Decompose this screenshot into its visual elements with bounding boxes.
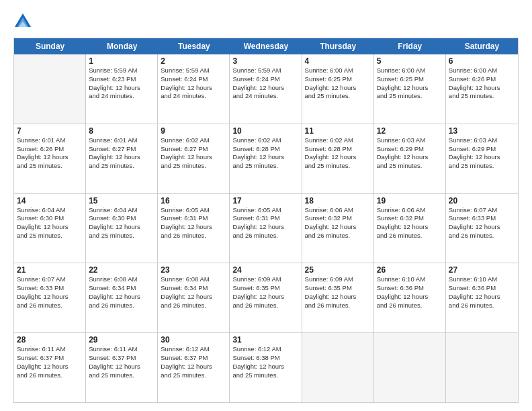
- day-number: 18: [305, 196, 371, 205]
- day-number: 5: [377, 56, 443, 66]
- day-info: Sunrise: 6:11 AM Sunset: 6:37 PM Dayligh…: [89, 345, 154, 379]
- weekday-header: Friday: [374, 38, 446, 54]
- day-info: Sunrise: 6:00 AM Sunset: 6:25 PM Dayligh…: [305, 66, 371, 101]
- day-info: Sunrise: 6:01 AM Sunset: 6:27 PM Dayligh…: [89, 136, 154, 171]
- calendar-cell: 12Sunrise: 6:03 AM Sunset: 6:29 PM Dayli…: [374, 124, 446, 193]
- calendar-cell: 27Sunrise: 6:10 AM Sunset: 6:36 PM Dayli…: [446, 263, 518, 332]
- day-number: 11: [305, 126, 371, 136]
- weekday-header: Monday: [86, 38, 158, 54]
- day-number: 6: [449, 56, 515, 66]
- day-info: Sunrise: 6:03 AM Sunset: 6:29 PM Dayligh…: [377, 136, 443, 171]
- calendar-week-row: 1Sunrise: 5:59 AM Sunset: 6:23 PM Daylig…: [14, 54, 518, 124]
- calendar-week-row: 21Sunrise: 6:07 AM Sunset: 6:33 PM Dayli…: [14, 263, 518, 333]
- day-info: Sunrise: 6:09 AM Sunset: 6:35 PM Dayligh…: [305, 275, 371, 310]
- calendar: SundayMondayTuesdayWednesdayThursdayFrid…: [13, 38, 519, 403]
- day-number: 29: [89, 335, 154, 345]
- weekday-header: Tuesday: [158, 38, 230, 54]
- page: SundayMondayTuesdayWednesdayThursdayFrid…: [0, 0, 532, 411]
- day-info: Sunrise: 6:03 AM Sunset: 6:29 PM Dayligh…: [449, 136, 515, 171]
- calendar-cell: 20Sunrise: 6:07 AM Sunset: 6:33 PM Dayli…: [446, 194, 518, 263]
- calendar-cell: 16Sunrise: 6:05 AM Sunset: 6:31 PM Dayli…: [158, 194, 230, 263]
- day-info: Sunrise: 6:08 AM Sunset: 6:34 PM Dayligh…: [161, 275, 226, 310]
- calendar-cell: 26Sunrise: 6:10 AM Sunset: 6:36 PM Dayli…: [374, 263, 446, 332]
- day-number: 12: [377, 126, 443, 136]
- calendar-cell: 10Sunrise: 6:02 AM Sunset: 6:28 PM Dayli…: [230, 124, 302, 193]
- day-info: Sunrise: 6:10 AM Sunset: 6:36 PM Dayligh…: [377, 275, 443, 310]
- day-number: 9: [161, 126, 226, 136]
- calendar-cell: 21Sunrise: 6:07 AM Sunset: 6:33 PM Dayli…: [14, 263, 86, 332]
- day-number: 23: [161, 265, 226, 275]
- calendar-cell: 31Sunrise: 6:12 AM Sunset: 6:38 PM Dayli…: [230, 333, 302, 402]
- calendar-cell: 2Sunrise: 5:59 AM Sunset: 6:24 PM Daylig…: [158, 54, 230, 124]
- calendar-cell: 11Sunrise: 6:02 AM Sunset: 6:28 PM Dayli…: [302, 124, 374, 193]
- day-info: Sunrise: 6:07 AM Sunset: 6:33 PM Dayligh…: [449, 206, 515, 240]
- day-number: 13: [449, 126, 515, 136]
- day-number: 20: [449, 196, 515, 205]
- day-info: Sunrise: 6:11 AM Sunset: 6:37 PM Dayligh…: [17, 345, 83, 379]
- day-number: 15: [89, 196, 154, 205]
- calendar-cell: [302, 333, 374, 402]
- day-number: 10: [232, 126, 298, 136]
- day-info: Sunrise: 6:08 AM Sunset: 6:34 PM Dayligh…: [89, 275, 154, 310]
- calendar-header: SundayMondayTuesdayWednesdayThursdayFrid…: [14, 38, 518, 54]
- day-number: 8: [89, 126, 154, 136]
- day-number: 25: [305, 265, 371, 275]
- calendar-cell: 22Sunrise: 6:08 AM Sunset: 6:34 PM Dayli…: [86, 263, 158, 332]
- day-info: Sunrise: 6:02 AM Sunset: 6:27 PM Dayligh…: [161, 136, 226, 171]
- logo: [13, 12, 35, 31]
- day-number: 21: [17, 265, 83, 275]
- calendar-cell: 1Sunrise: 5:59 AM Sunset: 6:23 PM Daylig…: [86, 54, 158, 124]
- day-number: 2: [161, 56, 226, 66]
- day-info: Sunrise: 6:09 AM Sunset: 6:35 PM Dayligh…: [232, 275, 298, 310]
- day-info: Sunrise: 6:04 AM Sunset: 6:30 PM Dayligh…: [17, 206, 83, 240]
- calendar-cell: 15Sunrise: 6:04 AM Sunset: 6:30 PM Dayli…: [86, 194, 158, 263]
- day-info: Sunrise: 6:02 AM Sunset: 6:28 PM Dayligh…: [305, 136, 371, 171]
- calendar-cell: [446, 333, 518, 402]
- day-number: 4: [305, 56, 371, 66]
- weekday-header: Sunday: [14, 38, 86, 54]
- day-number: 31: [232, 335, 298, 345]
- day-number: 27: [449, 265, 515, 275]
- day-number: 1: [89, 56, 154, 66]
- day-info: Sunrise: 6:12 AM Sunset: 6:38 PM Dayligh…: [232, 345, 298, 379]
- day-number: 26: [377, 265, 443, 275]
- calendar-cell: [374, 333, 446, 402]
- calendar-cell: 25Sunrise: 6:09 AM Sunset: 6:35 PM Dayli…: [302, 263, 374, 332]
- day-number: 14: [17, 196, 83, 205]
- calendar-week-row: 7Sunrise: 6:01 AM Sunset: 6:26 PM Daylig…: [14, 124, 518, 194]
- weekday-header: Wednesday: [230, 38, 302, 54]
- day-info: Sunrise: 6:01 AM Sunset: 6:26 PM Dayligh…: [17, 136, 83, 171]
- day-info: Sunrise: 6:00 AM Sunset: 6:26 PM Dayligh…: [449, 66, 515, 101]
- calendar-cell: 14Sunrise: 6:04 AM Sunset: 6:30 PM Dayli…: [14, 194, 86, 263]
- calendar-cell: 9Sunrise: 6:02 AM Sunset: 6:27 PM Daylig…: [158, 124, 230, 193]
- day-number: 19: [377, 196, 443, 205]
- day-number: 16: [161, 196, 226, 205]
- day-info: Sunrise: 6:06 AM Sunset: 6:32 PM Dayligh…: [305, 206, 371, 240]
- calendar-cell: 19Sunrise: 6:06 AM Sunset: 6:32 PM Dayli…: [374, 194, 446, 263]
- day-info: Sunrise: 5:59 AM Sunset: 6:24 PM Dayligh…: [232, 66, 298, 101]
- day-number: 3: [232, 56, 298, 66]
- day-info: Sunrise: 6:05 AM Sunset: 6:31 PM Dayligh…: [232, 206, 298, 240]
- day-info: Sunrise: 5:59 AM Sunset: 6:23 PM Dayligh…: [89, 66, 154, 101]
- calendar-cell: 23Sunrise: 6:08 AM Sunset: 6:34 PM Dayli…: [158, 263, 230, 332]
- calendar-cell: 24Sunrise: 6:09 AM Sunset: 6:35 PM Dayli…: [230, 263, 302, 332]
- calendar-body: 1Sunrise: 5:59 AM Sunset: 6:23 PM Daylig…: [14, 54, 518, 402]
- calendar-cell: 13Sunrise: 6:03 AM Sunset: 6:29 PM Dayli…: [446, 124, 518, 193]
- day-info: Sunrise: 6:02 AM Sunset: 6:28 PM Dayligh…: [232, 136, 298, 171]
- calendar-week-row: 28Sunrise: 6:11 AM Sunset: 6:37 PM Dayli…: [14, 333, 518, 402]
- calendar-cell: 8Sunrise: 6:01 AM Sunset: 6:27 PM Daylig…: [86, 124, 158, 193]
- day-info: Sunrise: 6:12 AM Sunset: 6:37 PM Dayligh…: [161, 345, 226, 379]
- calendar-cell: 18Sunrise: 6:06 AM Sunset: 6:32 PM Dayli…: [302, 194, 374, 263]
- calendar-cell: 30Sunrise: 6:12 AM Sunset: 6:37 PM Dayli…: [158, 333, 230, 402]
- day-info: Sunrise: 6:05 AM Sunset: 6:31 PM Dayligh…: [161, 206, 226, 240]
- calendar-cell: 17Sunrise: 6:05 AM Sunset: 6:31 PM Dayli…: [230, 194, 302, 263]
- header: [13, 12, 519, 31]
- logo-icon: [13, 12, 32, 31]
- day-number: 24: [232, 265, 298, 275]
- day-info: Sunrise: 6:07 AM Sunset: 6:33 PM Dayligh…: [17, 275, 83, 310]
- calendar-cell: [14, 54, 86, 124]
- calendar-cell: 29Sunrise: 6:11 AM Sunset: 6:37 PM Dayli…: [86, 333, 158, 402]
- day-info: Sunrise: 6:10 AM Sunset: 6:36 PM Dayligh…: [449, 275, 515, 310]
- day-number: 30: [161, 335, 226, 345]
- calendar-cell: 6Sunrise: 6:00 AM Sunset: 6:26 PM Daylig…: [446, 54, 518, 124]
